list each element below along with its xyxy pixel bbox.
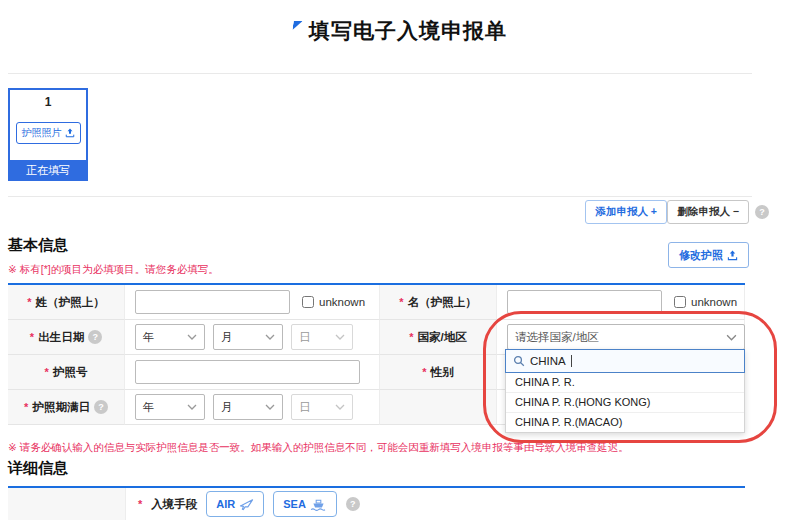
chevron-down-icon (187, 404, 197, 410)
dob-day-select[interactable]: 日 (291, 324, 353, 350)
entry-method-sea-button[interactable]: SEA (273, 491, 337, 517)
help-icon[interactable]: ? (94, 400, 108, 414)
entry-method-field-cell: * 入境手段 AIR SEA ? (126, 488, 745, 520)
surname-field-cell: unknown (125, 285, 380, 320)
surname-input[interactable] (135, 290, 290, 314)
search-icon (513, 355, 525, 367)
modify-passport-button[interactable]: 修改护照 (668, 242, 749, 268)
entry-declaration-page: 填写电子入境申报单 1 护照照片 正在填写 添加申报人 + 删除申报人 − ? … (0, 0, 800, 520)
entry-method-label: 入境手段 (151, 497, 197, 512)
country-select[interactable]: 请选择国家/地区 (507, 324, 745, 350)
chevron-down-icon (265, 404, 275, 410)
help-icon[interactable]: ? (346, 497, 360, 511)
detail-info-heading: 详细信息 (8, 459, 68, 478)
surname-label: * 姓（护照上） (8, 285, 125, 320)
page-header: 填写电子入境申报单 (0, 17, 800, 45)
country-label: * 国家/地区 (380, 320, 497, 355)
country-search-input[interactable]: CHINA (505, 349, 745, 373)
dob-field-cell: 年 月 日 (125, 320, 380, 355)
checkbox[interactable] (674, 296, 686, 308)
basic-info-heading: 基本信息 (8, 236, 68, 255)
dob-label: * 出生日期 ? (8, 320, 125, 355)
text-cursor (571, 355, 572, 367)
given-name-field-cell: unknown (497, 285, 745, 320)
applicant-status-badge: 正在填写 (8, 160, 88, 181)
expiry-month-select[interactable]: 月 (213, 394, 283, 420)
detail-empty-label-cell (8, 488, 126, 520)
help-icon[interactable]: ? (755, 205, 769, 219)
passport-expiry-field-cell: 年 月 日 (125, 390, 380, 425)
passport-no-label: * 护照号 (8, 355, 125, 390)
applicant-card[interactable]: 1 护照照片 正在填写 (8, 88, 88, 181)
chevron-down-icon (726, 334, 737, 341)
expiry-year-select[interactable]: 年 (135, 394, 205, 420)
remove-applicant-button[interactable]: 删除申报人 − (667, 200, 749, 224)
gender-label: * 性别 (380, 355, 497, 390)
checkbox[interactable] (302, 296, 314, 308)
chevron-down-icon (335, 404, 345, 410)
chevron-down-icon (335, 334, 345, 340)
dob-year-select[interactable]: 年 (135, 324, 205, 350)
upload-icon (65, 128, 75, 138)
empty-label-cell (380, 390, 497, 425)
upload-icon (727, 250, 738, 261)
dob-month-select[interactable]: 月 (213, 324, 283, 350)
help-icon[interactable]: ? (88, 330, 102, 344)
ship-icon (310, 498, 327, 511)
chevron-down-icon (187, 334, 197, 340)
given-name-label: * 名（护照上） (380, 285, 497, 320)
chevron-down-icon (265, 334, 275, 340)
surname-unknown-checkbox[interactable]: unknown (302, 296, 365, 308)
passport-photo-upload-button[interactable]: 护照照片 (16, 122, 81, 144)
country-option-hong-kong[interactable]: CHINA P. R.(HONG KONG) (506, 393, 744, 413)
entry-method-air-button[interactable]: AIR (206, 491, 264, 517)
page-title: 填写电子入境申报单 (309, 17, 507, 45)
country-option-macao[interactable]: CHINA P. R.(MACAO) (506, 413, 744, 432)
add-applicant-button[interactable]: 添加申报人 + (585, 200, 667, 224)
passport-expiry-label: * 护照期满日 ? (8, 390, 125, 425)
divider (8, 196, 752, 197)
passport-match-warning: ※ 请务必确认输入的信息与实际护照信息是否一致。如果输入的护照信息不同，可能会因… (8, 441, 752, 455)
applicant-number: 1 (10, 95, 86, 109)
country-dropdown-panel: CHINA CHINA P. R. CHINA P. R.(HONG KONG)… (505, 349, 745, 433)
divider (8, 73, 752, 74)
title-decoration-icon (292, 21, 302, 30)
expiry-day-select[interactable]: 日 (291, 394, 353, 420)
airplane-icon (239, 498, 254, 511)
given-name-unknown-checkbox[interactable]: unknown (674, 296, 737, 308)
required-fields-note: ※ 标有[*]的项目为必填项目。请您务必填写。 (8, 263, 219, 277)
given-name-input[interactable] (507, 290, 662, 314)
entry-method-row: * 入境手段 AIR SEA ? (8, 488, 745, 520)
passport-no-field-cell (125, 355, 380, 390)
passport-no-input[interactable] (135, 360, 360, 384)
country-option-china[interactable]: CHINA P. R. (506, 373, 744, 393)
